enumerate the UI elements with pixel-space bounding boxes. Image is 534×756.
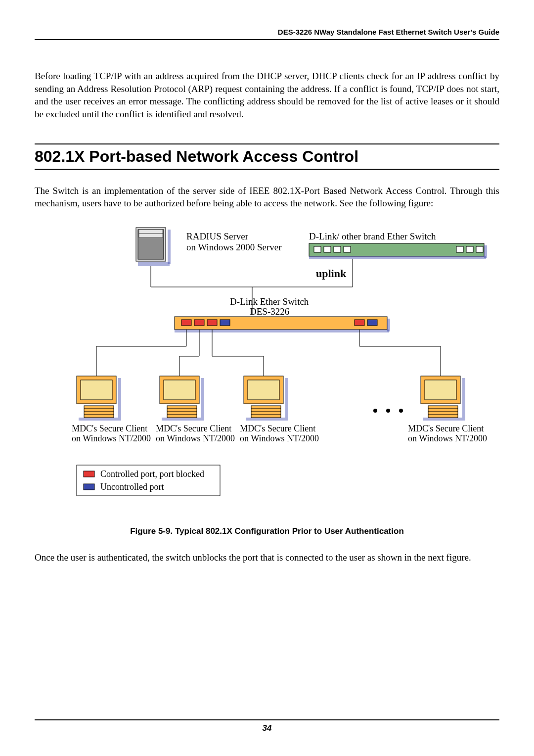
svg-rect-44 — [118, 378, 121, 418]
svg-rect-45 — [79, 418, 121, 421]
svg-rect-5 — [168, 230, 171, 264]
radius-label-2: on Windows 2000 Server — [186, 242, 282, 252]
client2-l1: MDC's Secure Client — [156, 424, 231, 433]
page-number: 34 — [0, 723, 534, 733]
paragraph-2: The Switch is an implementation of the s… — [35, 185, 499, 210]
other-switch-label: D-Link/ other brand Ether Switch — [309, 231, 436, 241]
client-computer-icon — [421, 376, 465, 421]
svg-rect-11 — [334, 246, 341, 252]
des-switch-label-2: DES-3226 — [250, 306, 289, 317]
svg-rect-53 — [162, 418, 204, 421]
client2-l2: on Windows NT/2000 — [156, 433, 235, 443]
svg-rect-25 — [355, 320, 364, 326]
svg-rect-26 — [367, 320, 377, 326]
svg-point-39 — [373, 409, 377, 413]
client1-l2: on Windows NT/2000 — [72, 433, 151, 443]
svg-rect-43 — [81, 380, 112, 400]
figure-diagram: RADIUS Server on Windows 2000 Server D-L… — [35, 223, 499, 510]
svg-rect-15 — [476, 246, 483, 252]
legend-text-1: Controlled port, port blocked — [100, 469, 204, 479]
client4-l2: on Windows NT/2000 — [408, 433, 487, 443]
svg-rect-2 — [139, 230, 163, 234]
client-computer-icon — [244, 376, 288, 421]
svg-rect-76 — [84, 484, 94, 490]
client1-l1: MDC's Secure Client — [72, 424, 147, 433]
svg-rect-52 — [201, 378, 204, 418]
svg-rect-22 — [387, 319, 390, 331]
svg-rect-8 — [484, 245, 487, 258]
des-switch-icon — [175, 317, 390, 332]
paragraph-1: Before loading TCP/IP with an address ac… — [35, 70, 499, 121]
svg-rect-9 — [314, 246, 321, 252]
other-switch-icon — [309, 243, 487, 259]
client3-l1: MDC's Secure Client — [240, 424, 315, 433]
client-computer-icon — [160, 376, 204, 421]
svg-rect-4 — [138, 262, 170, 266]
blocked-port-icon — [181, 320, 191, 326]
svg-rect-61 — [246, 418, 288, 421]
svg-rect-67 — [425, 380, 456, 400]
svg-rect-21 — [175, 330, 389, 332]
svg-rect-60 — [285, 378, 288, 418]
uncontrolled-port-icon — [220, 320, 230, 326]
client3-l2: on Windows NT/2000 — [240, 433, 319, 443]
header-title: DES-3226 NWay Standalone Fast Ethernet S… — [278, 28, 499, 36]
svg-rect-69 — [423, 418, 465, 421]
running-header: DES-3226 NWay Standalone Fast Ethernet S… — [35, 28, 499, 40]
des-switch-label-1: D-Link Ether Switch — [230, 296, 309, 307]
radius-server-icon — [136, 228, 171, 266]
client4-l1: MDC's Secure Client — [408, 424, 484, 433]
svg-rect-13 — [456, 246, 463, 252]
figure-caption: Figure 5-9. Typical 802.1X Configuration… — [35, 526, 499, 536]
client-computer-icon — [77, 376, 121, 421]
svg-rect-3 — [139, 234, 163, 237]
svg-rect-59 — [248, 380, 279, 400]
svg-rect-75 — [84, 471, 94, 477]
footer-rule — [35, 719, 499, 720]
paragraph-3: Once the user is authenticated, the swit… — [35, 551, 499, 564]
svg-rect-10 — [324, 246, 331, 252]
svg-rect-14 — [466, 246, 473, 252]
svg-point-41 — [399, 409, 403, 413]
svg-rect-51 — [164, 380, 195, 400]
svg-rect-12 — [344, 246, 351, 252]
legend-box: Controlled port, port blocked Uncontroll… — [77, 465, 220, 496]
svg-point-40 — [386, 409, 390, 413]
svg-rect-24 — [207, 320, 217, 326]
svg-rect-7 — [309, 256, 486, 259]
section-heading: 802.1X Port-based Network Access Control — [35, 143, 499, 170]
svg-rect-68 — [462, 378, 465, 418]
uplink-label: uplink — [316, 267, 347, 280]
svg-rect-23 — [194, 320, 204, 326]
radius-label-1: RADIUS Server — [186, 231, 249, 241]
legend-text-2: Uncontrolled port — [100, 482, 164, 492]
